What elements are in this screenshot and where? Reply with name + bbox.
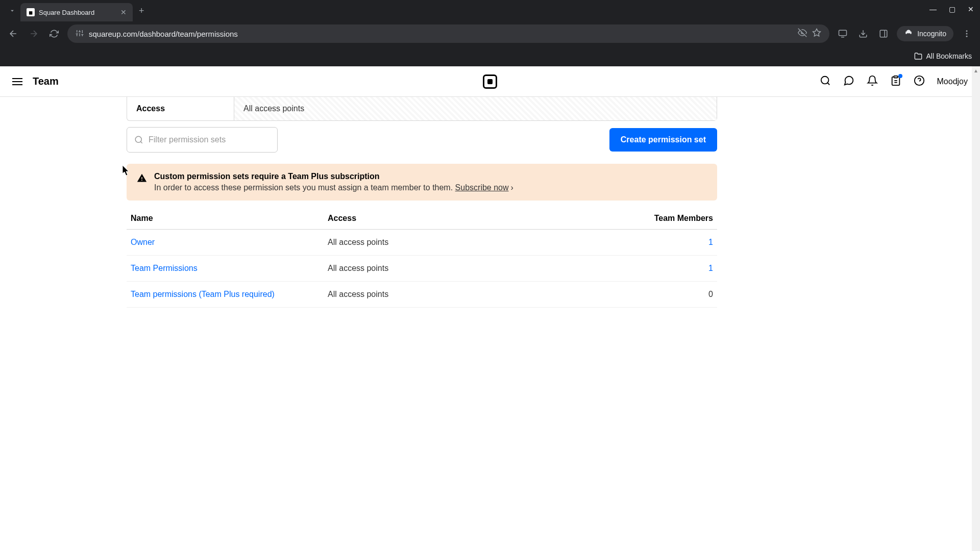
chevron-right-icon: › — [511, 183, 513, 192]
nav-bar: squareup.com/dashboard/team/permissions … — [0, 21, 980, 46]
nav-forward-icon[interactable] — [27, 27, 41, 41]
svg-point-25 — [135, 136, 141, 142]
svg-line-19 — [827, 83, 829, 85]
permissions-table: Name Access Team Members OwnerAll access… — [127, 208, 717, 308]
site-settings-icon[interactable] — [76, 29, 84, 39]
col-header-name: Name — [131, 214, 328, 223]
tab-dropdown-icon[interactable] — [4, 3, 20, 19]
square-logo-icon[interactable] — [483, 74, 497, 89]
scrollbar-track[interactable]: ▲ — [972, 66, 980, 308]
svg-rect-11 — [839, 30, 847, 36]
col-header-members: Team Members — [621, 214, 713, 223]
table-header: Name Access Team Members — [127, 208, 717, 230]
bookmark-bar: All Bookmarks — [0, 46, 980, 66]
row-name-link[interactable]: Team Permissions — [131, 264, 328, 273]
svg-point-15 — [966, 30, 968, 32]
search-box[interactable] — [127, 127, 278, 153]
warning-icon — [137, 173, 147, 192]
filter-label: Access — [127, 97, 234, 120]
warning-banner: Custom permission sets require a Team Pl… — [127, 164, 717, 201]
row-name-link[interactable]: Team permissions (Team Plus required) — [131, 290, 328, 299]
side-panel-icon[interactable] — [876, 27, 891, 41]
svg-rect-13 — [880, 30, 887, 37]
row-access: All access points — [328, 238, 621, 247]
window-minimize-icon[interactable]: — — [929, 5, 937, 13]
window-close-icon[interactable]: ✕ — [968, 5, 974, 13]
svg-rect-20 — [894, 76, 897, 78]
incognito-label: Incognito — [917, 30, 946, 38]
table-row[interactable]: Team permissions (Team Plus required)All… — [127, 282, 717, 308]
row-access: All access points — [328, 290, 621, 299]
tab-favicon-icon: ◼ — [27, 8, 35, 16]
user-name[interactable]: Moodjoy — [937, 77, 968, 86]
svg-point-16 — [966, 33, 968, 35]
app-header: Team Moodjoy — [0, 66, 980, 97]
browser-menu-icon[interactable] — [960, 27, 974, 41]
nav-back-icon[interactable] — [6, 27, 20, 41]
table-row[interactable]: Team PermissionsAll access points1 — [127, 256, 717, 282]
url-text: squareup.com/dashboard/team/permissions — [89, 30, 793, 38]
browser-tab[interactable]: ◼ Square Dashboard ✕ — [20, 3, 133, 21]
downloads-icon[interactable] — [856, 27, 870, 41]
page-title: Team — [33, 76, 59, 87]
chat-icon[interactable] — [843, 75, 854, 88]
bell-icon[interactable] — [867, 75, 878, 88]
window-maximize-icon[interactable]: ▢ — [949, 5, 955, 13]
subscribe-link[interactable]: Subscribe now — [455, 183, 509, 192]
filter-value[interactable]: All access points — [234, 97, 717, 120]
tab-bar: ◼ Square Dashboard ✕ + — ▢ ✕ — [0, 0, 980, 21]
address-bar[interactable]: squareup.com/dashboard/team/permissions — [67, 24, 829, 43]
row-members: 0 — [621, 290, 713, 299]
filter-panel: Access All access points — [127, 97, 717, 121]
help-icon[interactable] — [914, 75, 925, 88]
row-name-link[interactable]: Owner — [131, 238, 328, 247]
col-header-access: Access — [328, 214, 621, 223]
table-row[interactable]: OwnerAll access points1 — [127, 230, 717, 256]
scrollbar-up-icon[interactable]: ▲ — [972, 66, 980, 74]
bookmark-star-icon[interactable] — [812, 28, 821, 39]
nav-reload-icon[interactable] — [47, 27, 61, 41]
hamburger-menu-icon[interactable] — [12, 78, 22, 85]
svg-line-26 — [140, 141, 142, 143]
svg-marker-10 — [813, 29, 821, 36]
actions-row: Create permission set — [127, 127, 717, 153]
filter-input[interactable] — [149, 135, 270, 144]
row-access: All access points — [328, 264, 621, 273]
browser-chrome: ◼ Square Dashboard ✕ + — ▢ ✕ squareup.co… — [0, 0, 980, 66]
eye-off-icon[interactable] — [798, 28, 807, 39]
media-control-icon[interactable] — [836, 27, 850, 41]
all-bookmarks-button[interactable]: All Bookmarks — [914, 52, 972, 60]
search-icon[interactable] — [820, 75, 831, 88]
row-members[interactable]: 1 — [621, 264, 713, 273]
tab-title: Square Dashboard — [39, 9, 116, 16]
row-members[interactable]: 1 — [621, 238, 713, 247]
tab-close-icon[interactable]: ✕ — [120, 8, 127, 16]
clipboard-icon[interactable] — [890, 75, 901, 88]
warning-title: Custom permission sets require a Team Pl… — [154, 172, 707, 181]
search-input-icon — [134, 135, 143, 144]
incognito-badge[interactable]: Incognito — [897, 26, 953, 41]
create-permission-set-button[interactable]: Create permission set — [609, 128, 717, 152]
window-controls: — ▢ ✕ — [929, 5, 974, 13]
new-tab-icon[interactable]: + — [139, 6, 144, 16]
warning-text: In order to access these permission sets… — [154, 183, 707, 192]
svg-point-17 — [966, 36, 968, 37]
svg-point-18 — [821, 76, 828, 84]
main-content: Access All access points Create permissi… — [0, 97, 717, 308]
all-bookmarks-label: All Bookmarks — [926, 52, 972, 60]
